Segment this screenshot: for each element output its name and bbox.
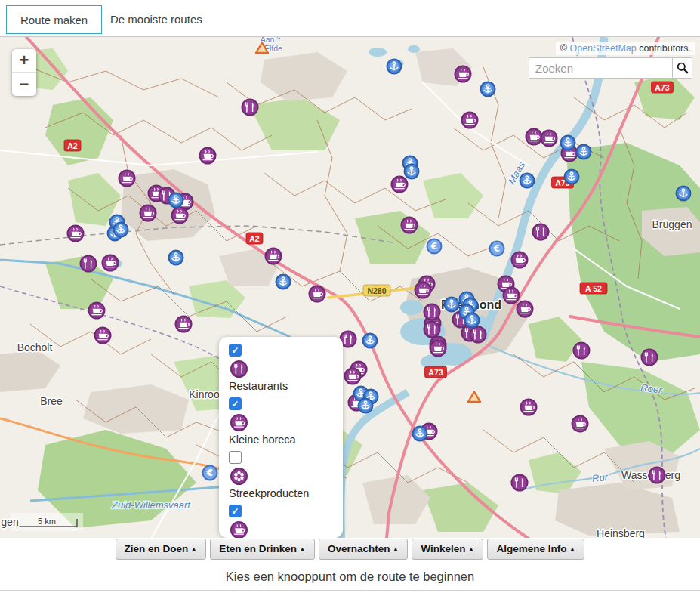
zoom-out-button[interactable]: − xyxy=(12,73,36,96)
menu-zien-en-doen[interactable]: Zien en Doen▲ xyxy=(116,539,207,560)
map-marker-blue[interactable] xyxy=(677,187,691,201)
map-marker-blue[interactable] xyxy=(387,60,402,74)
streekproducten-checkbox[interactable]: ✓ xyxy=(229,451,242,464)
map-marker-fork[interactable] xyxy=(642,350,658,366)
map-marker-cup[interactable] xyxy=(95,328,111,344)
map-marker-blue[interactable] xyxy=(561,136,575,150)
map-canvas[interactable]: € xyxy=(0,37,700,538)
map-marker-cup[interactable] xyxy=(462,113,478,128)
zoom-in-button[interactable]: + xyxy=(12,49,36,73)
category-menu-bar: Zien en Doen▲ Eten en Drinken▲ Overnacht… xyxy=(0,538,700,563)
map-marker-blue[interactable] xyxy=(577,145,591,159)
map-marker-cup[interactable] xyxy=(310,286,325,302)
map-marker-cup[interactable] xyxy=(504,288,520,304)
map-marker-fork[interactable] xyxy=(242,100,258,116)
map-marker-cup[interactable] xyxy=(68,226,84,242)
map-marker-blue[interactable] xyxy=(276,275,291,289)
map-marker-fork[interactable] xyxy=(81,256,97,272)
map-marker-blue[interactable] xyxy=(413,427,427,441)
filter-item-label: Streekproducten xyxy=(229,487,343,499)
map-marker-cup[interactable] xyxy=(103,255,119,271)
chevron-up-icon: ▲ xyxy=(468,545,475,553)
map-label-br-ggen: Brüggen xyxy=(652,218,692,230)
poi-filter-popup: ✓ Restaurants ✓ Kleine horeca ✓ Streekpr… xyxy=(219,337,343,538)
map-marker-cup[interactable] xyxy=(119,171,135,187)
map-marker-fork[interactable] xyxy=(649,468,665,483)
map-marker-blue[interactable] xyxy=(169,193,183,208)
map-marker-blue[interactable] xyxy=(114,223,128,237)
map-marker-cup[interactable] xyxy=(89,303,105,319)
openstreetmap-link[interactable]: OpenStreetMap xyxy=(569,43,636,54)
map-marker-blue[interactable] xyxy=(565,170,579,184)
map-marker-blue[interactable] xyxy=(481,82,495,97)
menu-algemene-info[interactable]: Algemene Info▲ xyxy=(487,539,584,560)
map-marker-cup[interactable] xyxy=(430,341,446,357)
map-marker-cup[interactable] xyxy=(200,148,216,164)
road-shield-n280: N280 xyxy=(363,285,390,296)
map-marker-cup[interactable] xyxy=(541,131,557,147)
menu-overnachten[interactable]: Overnachten▲ xyxy=(319,539,408,560)
map-marker-blue[interactable] xyxy=(405,165,419,179)
search-button[interactable] xyxy=(672,57,692,79)
map-marker-cup[interactable] xyxy=(526,129,542,145)
chevron-up-icon: ▲ xyxy=(190,545,197,553)
terras-lounge-checkbox[interactable]: ✓ xyxy=(229,505,242,517)
search-input[interactable] xyxy=(529,57,672,79)
map-marker-cup[interactable] xyxy=(572,416,588,432)
kleine-horeca-checkbox[interactable]: ✓ xyxy=(229,397,242,410)
filter-item-kleine-horeca: ✓ Kleine horeca xyxy=(229,397,343,446)
attribution-copyright: © xyxy=(560,43,567,54)
map-marker-cup[interactable] xyxy=(415,283,431,298)
tab-mooiste-routes[interactable]: De mooiste routes xyxy=(97,5,216,34)
filter-item-restaurants: ✓ Restaurants xyxy=(229,344,343,392)
kleine-horeca-icon xyxy=(229,412,249,433)
map-marker-cup[interactable] xyxy=(455,66,471,82)
check-icon: ✓ xyxy=(231,346,239,355)
map-marker-cup[interactable] xyxy=(512,252,528,268)
road-shield-a2: A2 xyxy=(246,233,263,244)
map-marker-cup[interactable] xyxy=(266,249,282,264)
filter-item-streekproducten: ✓ Streekproducten xyxy=(229,451,343,499)
map-marker-euro[interactable] xyxy=(490,242,504,256)
map-label-gen: gen xyxy=(1,516,18,528)
map-marker-cup[interactable] xyxy=(176,317,192,332)
map-marker-fork[interactable] xyxy=(424,304,440,320)
map-label-zuid-willemsvaart: Zuid-Willemsvaart xyxy=(111,499,191,511)
menu-winkelen[interactable]: Winkelen▲ xyxy=(412,539,483,560)
menu-eten-en-drinken[interactable]: Eten en Drinken▲ xyxy=(210,539,315,560)
map-marker-euro[interactable] xyxy=(427,239,442,254)
map-marker-blue[interactable] xyxy=(359,399,373,413)
map-marker-cup[interactable] xyxy=(345,369,361,384)
map-marker-blue[interactable] xyxy=(465,313,480,328)
map-attribution: © OpenStreetMap contributors. xyxy=(556,42,695,55)
map-marker-blue[interactable] xyxy=(520,174,535,188)
restaurants-checkbox[interactable]: ✓ xyxy=(229,344,242,357)
map-marker-fork[interactable] xyxy=(470,327,486,343)
map-marker-cup[interactable] xyxy=(140,205,156,221)
map-marker-fork[interactable] xyxy=(512,475,528,491)
magnifier-icon xyxy=(677,62,689,74)
map-marker-blue[interactable] xyxy=(445,298,459,312)
map-marker-blue[interactable] xyxy=(363,334,378,348)
map-marker-fork[interactable] xyxy=(533,224,549,240)
map-marker-cup[interactable] xyxy=(172,208,188,224)
terras-lounge-icon xyxy=(229,520,249,538)
check-icon: ✓ xyxy=(231,507,239,516)
chevron-up-icon: ▲ xyxy=(299,545,306,553)
map-marker-cup[interactable] xyxy=(521,400,537,415)
status-bar: Kies een knooppunt om de route te beginn… xyxy=(0,563,700,591)
filter-item-label: Kleine horeca xyxy=(229,434,343,446)
tab-route-maken[interactable]: Route maken xyxy=(6,5,102,34)
map-marker-fork[interactable] xyxy=(574,343,590,359)
route-planner-page: Route maken De mooiste routes xyxy=(0,0,700,596)
chevron-up-icon: ▲ xyxy=(392,545,399,553)
map-marker-euro[interactable] xyxy=(203,466,217,480)
road-shield-a73: A73 xyxy=(425,366,447,378)
map-label-bree: Bree xyxy=(40,395,63,407)
map[interactable]: € xyxy=(0,36,700,538)
map-marker-fork[interactable] xyxy=(424,322,440,338)
map-marker-cup[interactable] xyxy=(392,177,408,193)
map-marker-cup[interactable] xyxy=(402,218,418,233)
map-marker-blue[interactable] xyxy=(169,251,183,265)
map-marker-cup[interactable] xyxy=(517,301,533,317)
